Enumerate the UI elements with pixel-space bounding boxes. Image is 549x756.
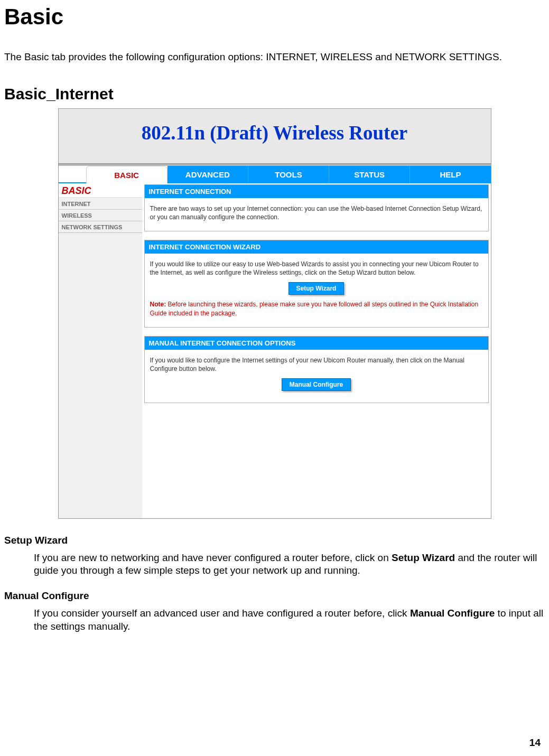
panel-manual-options: MANUAL INTERNET CONNECTION OPTIONS If yo… [144,336,489,403]
panel-text-manual-options: If you would like to configure the Inter… [150,356,483,373]
doc-paragraph-manual-configure: If you consider yourself an advanced use… [34,607,545,633]
sidebar-title: BASIC [59,183,142,198]
page-heading-basic: Basic [4,4,545,30]
content-area: INTERNET CONNECTION There are two ways t… [142,183,491,518]
router-admin-screenshot: 802.11n (Draft) Wireless Router BASIC AD… [58,108,491,519]
tab-spacer [59,166,86,183]
doc-heading-manual-configure: Manual Configure [4,590,545,602]
wizard-note: Note: Before launching these wizards, pl… [150,300,483,317]
wizard-note-text: Before launching these wizards, please m… [150,301,479,316]
panel-text-internet-connection: There are two ways to set up your Intern… [150,204,483,221]
tab-basic[interactable]: BASIC [86,166,168,183]
sidebar: BASIC INTERNET WIRELESS NETWORK SETTINGS [59,183,142,518]
page-number: 14 [529,737,541,749]
panel-head-manual-options: MANUAL INTERNET CONNECTION OPTIONS [145,337,488,350]
panel-head-internet-connection: INTERNET CONNECTION [145,185,488,198]
panel-internet-wizard: INTERNET CONNECTION WIZARD If you would … [144,240,489,328]
page-heading-basic-internet: Basic_Internet [4,85,545,103]
sidebar-item-internet[interactable]: INTERNET [59,198,142,210]
manual-configure-button[interactable]: Manual Configure [282,378,351,391]
main-tab-bar: BASIC ADVANCED TOOLS STATUS HELP [59,164,491,183]
tab-advanced[interactable]: ADVANCED [168,166,248,183]
intro-paragraph: The Basic tab provides the following con… [4,51,545,64]
sidebar-item-network-settings[interactable]: NETWORK SETTINGS [59,221,142,233]
router-banner: 802.11n (Draft) Wireless Router [59,109,491,164]
router-banner-title: 802.11n (Draft) Wireless Router [142,122,408,144]
tab-tools[interactable]: TOOLS [248,166,329,183]
doc-paragraph-setup-wizard: If you are new to networking and have ne… [34,552,545,577]
setup-wizard-button[interactable]: Setup Wizard [289,282,345,295]
panel-internet-connection: INTERNET CONNECTION There are two ways t… [144,184,489,231]
panel-head-internet-wizard: INTERNET CONNECTION WIZARD [145,240,488,254]
sidebar-item-wireless[interactable]: WIRELESS [59,210,142,221]
panel-text-internet-wizard: If you would like to utilize our easy to… [150,260,483,277]
tab-status[interactable]: STATUS [329,166,410,183]
tab-help[interactable]: HELP [410,166,490,183]
doc-heading-setup-wizard: Setup Wizard [4,535,545,546]
wizard-note-label: Note: [150,301,166,308]
